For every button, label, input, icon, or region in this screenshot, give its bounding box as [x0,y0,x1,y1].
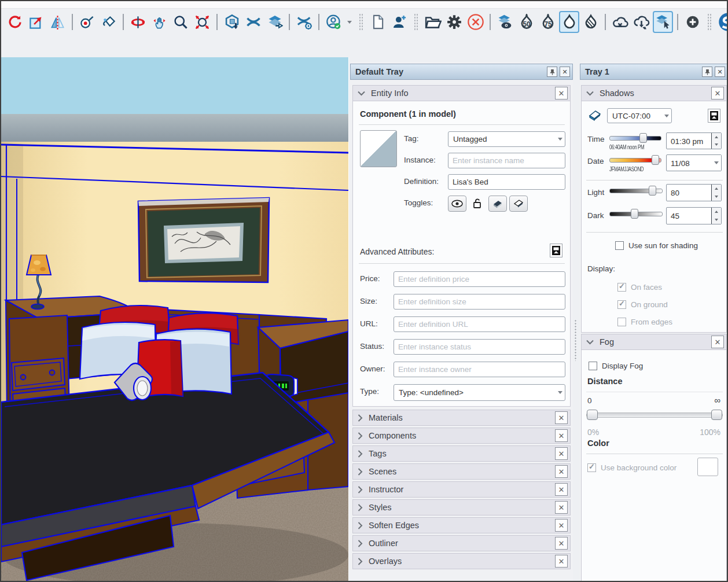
date-spinbox[interactable]: 11/08 [666,154,722,171]
trimble-connect-icon[interactable] [243,11,263,33]
spinner-arrows[interactable] [711,208,721,224]
cast-shadows-toggle[interactable] [488,196,507,212]
receive-shadows-toggle[interactable] [509,196,528,212]
connect-settings-icon[interactable] [294,11,314,33]
section-tags[interactable]: Tags✕ [352,445,571,462]
section-styles[interactable]: Styles✕ [352,499,571,515]
close-icon[interactable]: ✕ [555,465,568,478]
dark-spinbox[interactable]: 45 [666,207,722,224]
bedroom-scene[interactable] [1,57,348,582]
light-slider-handle[interactable] [649,186,656,196]
shadows-header[interactable]: Shadows ✕ [581,85,727,101]
tag-dropdown[interactable]: Untagged [448,131,565,147]
on-ground-checkbox[interactable] [617,300,626,309]
cloud-remove-icon[interactable] [610,11,630,33]
open-folder-icon[interactable] [422,11,443,33]
section-outliner[interactable]: Outliner✕ [352,535,571,551]
framed-picture[interactable] [138,198,269,282]
orbit-icon[interactable] [128,11,148,33]
spinner-arrows[interactable] [711,133,721,149]
share-model-icon[interactable] [264,11,285,33]
date-slider[interactable] [609,158,661,163]
account-dropdown-icon[interactable] [347,21,352,24]
fog-header[interactable]: Fog ✕ [581,334,727,350]
tray-splitter[interactable] [574,319,577,361]
close-icon[interactable]: ✕ [555,483,568,496]
toolbar-grip[interactable] [707,13,711,31]
close-icon[interactable]: ✕ [555,411,568,424]
lock-toggle[interactable] [469,196,486,211]
section-components[interactable]: Components✕ [352,428,571,444]
status-input[interactable] [394,339,565,355]
use-background-checkbox[interactable] [587,463,596,472]
add-icon[interactable] [682,11,703,33]
close-icon[interactable]: ✕ [560,67,570,77]
close-icon[interactable]: ✕ [555,447,568,460]
time-slider-handle[interactable] [639,133,647,143]
expand-panel-icon[interactable] [708,109,720,123]
type-dropdown[interactable]: Type: <undefined> [394,384,565,401]
collapse-panel-icon[interactable] [550,244,562,257]
time-slider[interactable] [609,136,661,141]
shadow-off-icon[interactable] [559,11,579,33]
tray1-header[interactable]: Tray 1 ✕ [580,64,728,80]
fog-color-swatch[interactable] [697,458,718,476]
display-fog-checkbox[interactable] [589,362,597,370]
close-icon[interactable]: ✕ [555,501,568,514]
zoom-icon[interactable] [171,11,191,33]
url-input[interactable] [394,316,565,332]
fog-near-handle[interactable] [587,410,598,420]
date-slider-handle[interactable] [652,155,659,165]
pin-icon[interactable] [547,67,557,77]
cloud-download-icon[interactable] [631,11,652,33]
section-materials[interactable]: Materials✕ [352,410,571,426]
definition-input[interactable] [448,174,565,190]
close-icon[interactable]: ✕ [555,537,568,550]
chevron-down-icon[interactable] [712,155,721,171]
section-overlays[interactable]: Overlays✕ [352,553,571,569]
model-viewport[interactable] [1,57,349,582]
toolbar-grip[interactable] [414,13,418,31]
close-icon[interactable]: ✕ [715,67,725,77]
flip-icon[interactable] [47,11,68,33]
tape-measure-icon[interactable] [77,11,97,33]
default-tray-header[interactable]: Default Tray ✕ [350,64,573,80]
sketchup-logo-icon[interactable] [716,11,728,33]
from-edges-checkbox[interactable] [617,318,626,326]
spinner-arrows[interactable] [711,185,721,201]
entity-info-header[interactable]: Entity Info ✕ [352,85,571,101]
account-icon[interactable] [323,11,344,33]
settings-gear-icon[interactable] [444,11,464,33]
layers-visibility-icon[interactable] [495,11,515,33]
pin-icon[interactable] [702,67,712,77]
size-input[interactable] [394,294,565,310]
shadow-hatch-icon[interactable] [580,11,601,33]
zoom-extents-icon[interactable] [192,11,212,33]
close-icon[interactable]: ✕ [555,555,568,568]
layers-select-icon[interactable] [653,11,673,33]
new-model-icon[interactable] [367,11,388,33]
close-icon[interactable]: ✕ [555,87,568,100]
section-soften-edges[interactable]: Soften Edges✕ [352,517,571,533]
section-instructor[interactable]: Instructor✕ [352,481,571,498]
utc-dropdown[interactable]: UTC-07:00 [607,108,672,123]
shadow-50-icon[interactable]: 50 [516,11,536,33]
scale-icon[interactable] [26,11,46,33]
price-input[interactable] [394,271,565,287]
fog-far-handle[interactable] [711,410,722,420]
warehouse-download-icon[interactable] [222,11,242,33]
light-slider[interactable] [609,189,663,193]
rotate-icon[interactable] [5,11,25,33]
instance-input[interactable] [448,153,565,168]
time-spinbox[interactable]: 01:30 pm [666,132,722,149]
dark-slider-handle[interactable] [631,209,638,219]
toolbar-grip[interactable] [359,13,363,31]
use-sun-checkbox[interactable] [615,241,624,250]
add-collaborator-icon[interactable] [389,11,409,33]
pan-icon[interactable] [149,11,170,33]
dark-slider[interactable] [609,212,663,216]
section-scenes[interactable]: Scenes✕ [352,463,571,480]
cancel-icon[interactable] [465,11,486,33]
paint-bucket-icon[interactable] [98,11,119,33]
fog-distance-slider[interactable] [586,412,723,418]
